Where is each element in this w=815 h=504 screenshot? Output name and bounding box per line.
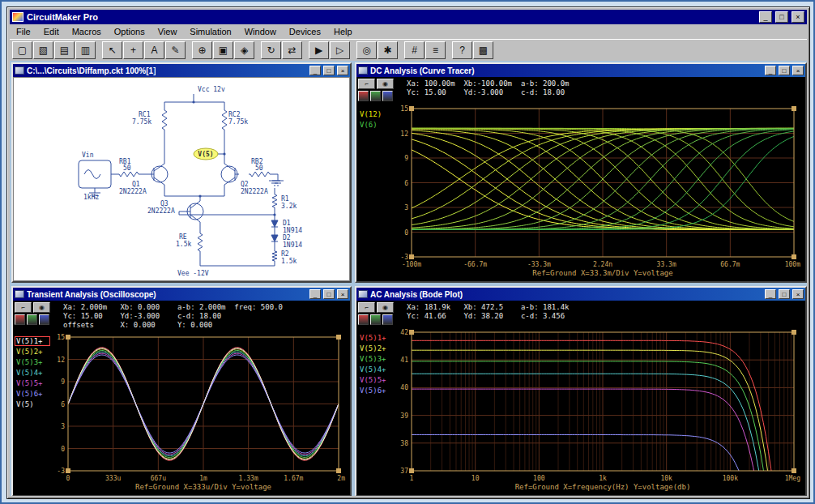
wire-tool-button[interactable]: ✎: [165, 41, 186, 59]
dc-title-bar[interactable]: DC Analysis (Curve Tracer) _□×: [356, 64, 805, 77]
ac-cursor-tool-button[interactable]: ⌐: [358, 302, 375, 313]
ac-analysis-close-button[interactable]: ×: [792, 289, 804, 299]
dc-analysis-minimize-button[interactable]: _: [765, 66, 776, 75]
svg-text:-33.3m: -33.3m: [527, 261, 551, 268]
ac-blue-trace-button[interactable]: [382, 314, 393, 325]
transient-readout-line: Xa: 2.000m Xb: 0.000 a-b: 2.000m freq: 5…: [63, 303, 283, 312]
ac-red-trace-button[interactable]: [358, 314, 369, 325]
svg-text:41: 41: [400, 357, 408, 364]
rotate-button[interactable]: ↻: [261, 41, 281, 59]
ac-analysis-minimize-button[interactable]: _: [765, 289, 776, 299]
dc-green-trace-button[interactable]: [370, 91, 381, 101]
svg-text:1.5k: 1.5k: [176, 241, 191, 248]
transient-blue-trace-button[interactable]: [39, 314, 49, 325]
svg-text:0: 0: [61, 446, 65, 453]
dc-trace-V(12)[interactable]: V(12): [358, 109, 394, 119]
help-button[interactable]: ?: [452, 41, 472, 59]
print-button[interactable]: ▥: [75, 41, 96, 59]
dc-analysis-close-button[interactable]: ×: [792, 66, 804, 75]
ac-plot[interactable]: 1101001k10k100k1Meg424140393837Ref=Groun…: [394, 328, 804, 493]
transient-display-mode-button[interactable]: ◉: [33, 302, 50, 313]
svg-text:R2: R2: [281, 250, 289, 258]
dc-analysis-maximize-button[interactable]: □: [779, 66, 790, 75]
probe-tool-button[interactable]: ◎: [356, 41, 377, 59]
svg-text:-3: -3: [57, 468, 65, 475]
dc-scope-controls: ⌐◉: [358, 79, 403, 103]
dc-control-row-2: [358, 91, 403, 101]
zoom-tool-button[interactable]: ⊕: [192, 41, 212, 59]
ac-display-mode-button[interactable]: ◉: [377, 302, 394, 313]
transient-analysis-close-button[interactable]: ×: [337, 289, 348, 299]
transient-trace-V(5)6+[interactable]: V(5)6+: [15, 389, 50, 399]
menu-item-macros[interactable]: Macros: [66, 25, 108, 38]
menu-item-file[interactable]: File: [10, 25, 37, 38]
svg-text:66.7m: 66.7m: [720, 261, 740, 268]
svg-text:-3: -3: [400, 254, 408, 261]
transient-analysis-minimize-button[interactable]: _: [309, 289, 321, 299]
transient-red-trace-button[interactable]: [15, 314, 25, 325]
pan-tool-button[interactable]: ◈: [234, 41, 254, 59]
transient-scope-body: ⌐◉Xa: 2.000m Xb: 0.000 a-b: 2.000m freq:…: [13, 301, 350, 495]
dc-plot[interactable]: -100m-66.7m-33.3m2.24n33.3m66.7m100m1512…: [394, 105, 804, 280]
transient-plot[interactable]: 0333u667u1m1.33m1.67m2m15129630-3Ref=Gro…: [50, 333, 348, 493]
ac-trace-V(5)2+[interactable]: V(5)2+: [358, 344, 394, 353]
transient-analysis-maximize-button[interactable]: □: [323, 289, 335, 299]
menu-item-window[interactable]: Window: [238, 25, 283, 38]
svg-text:Q1: Q1: [132, 181, 140, 188]
menu-item-devices[interactable]: Devices: [283, 25, 327, 38]
menu-item-help[interactable]: Help: [327, 25, 359, 38]
dc-blue-trace-button[interactable]: [382, 91, 393, 101]
menu-item-view[interactable]: View: [151, 25, 184, 38]
schematic-minimize-button[interactable]: _: [309, 66, 321, 75]
schematic-close-button[interactable]: ×: [337, 66, 348, 75]
transient-green-trace-button[interactable]: [27, 314, 37, 325]
ac-analysis-maximize-button[interactable]: □: [779, 289, 790, 299]
grid-toggle-button[interactable]: #: [404, 41, 425, 59]
transient-trace-V(5)[interactable]: V(5): [15, 399, 50, 409]
dc-display-mode-button[interactable]: ◉: [377, 79, 394, 89]
transient-trace-V(5)4+[interactable]: V(5)4+: [15, 368, 50, 378]
step-simulation-button[interactable]: ▷: [330, 41, 350, 59]
app-minimize-button[interactable]: _: [759, 11, 772, 23]
schematic-canvas[interactable]: V(5)Vcc 12vRC17.75kRC27.75kRB150RB250Q12…: [13, 77, 350, 281]
scope-button[interactable]: ▩: [473, 41, 493, 59]
schematic-title-bar[interactable]: C:\...\Circuits\Diffamp.ckt 100%[1] _□×: [13, 64, 350, 77]
transient-trace-V(5)2+[interactable]: V(5)2+: [15, 347, 50, 357]
ac-trace-V(5)4+[interactable]: V(5)4+: [358, 365, 394, 374]
ac-green-trace-button[interactable]: [370, 314, 381, 325]
options-button[interactable]: ≡: [425, 41, 446, 59]
transient-trace-V(5)5+[interactable]: V(5)5+: [15, 378, 50, 388]
menu-item-simulation[interactable]: Simulation: [183, 25, 237, 38]
dc-trace-V(6)[interactable]: V(6): [358, 120, 394, 130]
text-tool-button[interactable]: A: [144, 41, 164, 59]
app-close-button[interactable]: ×: [792, 11, 804, 23]
ac-trace-V(5)3+[interactable]: V(5)3+: [358, 354, 394, 364]
menu-item-options[interactable]: Options: [108, 25, 151, 38]
add-part-button[interactable]: +: [123, 41, 143, 59]
search-button[interactable]: ✱: [378, 41, 398, 59]
ac-trace-V(5)5+[interactable]: V(5)5+: [358, 375, 394, 385]
select-tool-button[interactable]: ↖: [102, 41, 122, 59]
app-maximize-button[interactable]: □: [775, 11, 788, 23]
ac-trace-V(5)6+[interactable]: V(5)6+: [358, 386, 394, 395]
transient-trace-V(5)3+[interactable]: V(5)3+: [15, 357, 50, 367]
split-view-button[interactable]: ▣: [213, 41, 233, 59]
transient-title-bar[interactable]: Transient Analysis (Oscilloscope) _□×: [13, 288, 350, 301]
svg-text:RC1: RC1: [139, 111, 151, 118]
menu-item-edit[interactable]: Edit: [37, 25, 66, 38]
new-button[interactable]: ▢: [12, 41, 32, 59]
schematic-maximize-button[interactable]: □: [323, 66, 335, 75]
dc-cursor-tool-button[interactable]: ⌐: [358, 79, 375, 89]
run-simulation-button[interactable]: ▶: [309, 41, 329, 59]
ac-trace-V(5)1+[interactable]: V(5)1+: [358, 333, 394, 343]
open-button[interactable]: ▧: [33, 41, 53, 59]
ac-title-bar[interactable]: AC Analysis (Bode Plot) _□×: [356, 288, 805, 301]
transient-cursor-tool-button[interactable]: ⌐: [15, 302, 32, 313]
transient-trace-V(5)1+[interactable]: V(5)1+: [15, 336, 50, 346]
app-title-bar[interactable]: CircuitMaker Pro _□×: [10, 10, 807, 24]
dc-red-trace-button[interactable]: [358, 91, 369, 101]
svg-text:V(5): V(5): [198, 151, 213, 158]
ac-trace-list: V(5)1+V(5)2+V(5)3+V(5)4+V(5)5+V(5)6+: [358, 333, 394, 396]
mirror-button[interactable]: ⇄: [282, 41, 302, 59]
save-button[interactable]: ▤: [54, 41, 75, 59]
